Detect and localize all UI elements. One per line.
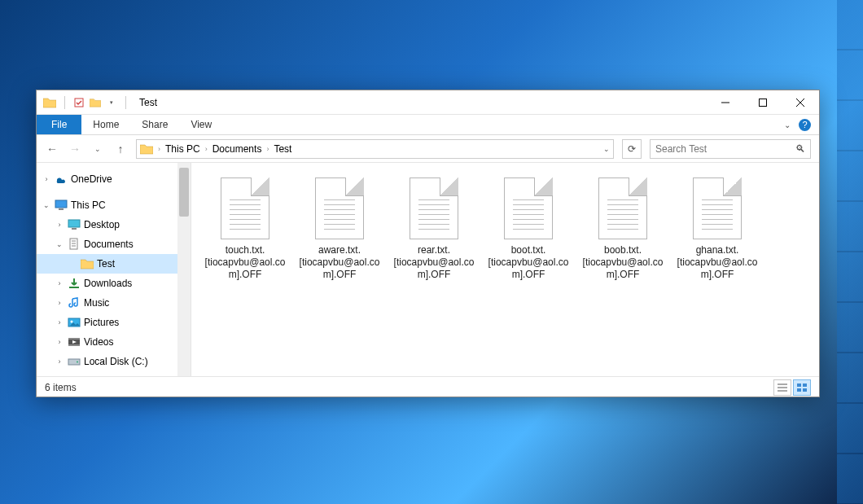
chevron-right-icon[interactable]: › xyxy=(55,338,64,346)
minimize-button[interactable] xyxy=(707,90,744,115)
documents-icon xyxy=(68,238,81,251)
sidebar-item-videos[interactable]: › Videos xyxy=(37,332,191,352)
chevron-right-icon[interactable]: › xyxy=(55,279,64,287)
onedrive-icon xyxy=(55,173,68,186)
pictures-icon xyxy=(68,316,81,329)
scrollbar-thumb[interactable] xyxy=(179,168,189,217)
sidebar-item-documents[interactable]: ⌄ Documents xyxy=(37,234,191,254)
svg-rect-8 xyxy=(72,228,77,230)
file-list[interactable]: touch.txt.[tiocapvbu@aol.com].OFF aware.… xyxy=(191,163,819,376)
chevron-right-icon[interactable]: › xyxy=(266,145,269,153)
sidebar-item-label: Pictures xyxy=(84,317,119,328)
file-icon xyxy=(688,173,747,239)
sidebar-item-downloads[interactable]: › Downloads xyxy=(37,274,191,293)
sidebar-item-desktop[interactable]: › Desktop xyxy=(37,215,191,234)
search-box[interactable]: 🔍︎ xyxy=(650,139,811,159)
chevron-right-icon[interactable]: › xyxy=(55,357,64,366)
sidebar-item-label: Videos xyxy=(84,336,113,348)
window-title: Test xyxy=(139,97,157,108)
file-item[interactable]: aware.txt.[tiocapvbu@aol.com].OFF xyxy=(292,173,387,281)
qat-newfolder-icon[interactable] xyxy=(90,97,101,108)
pc-icon xyxy=(55,199,68,212)
breadcrumb-documents[interactable]: Documents xyxy=(212,143,262,155)
file-name: boot.txt.[tiocapvbu@aol.com].OFF xyxy=(481,244,576,281)
file-item[interactable]: boot.txt.[tiocapvbu@aol.com].OFF xyxy=(481,173,576,281)
file-icon xyxy=(594,173,652,239)
refresh-button[interactable]: ⟳ xyxy=(622,139,642,159)
scrollbar[interactable] xyxy=(177,163,191,376)
sidebar-item-music[interactable]: › Music xyxy=(37,293,191,313)
chevron-down-icon[interactable]: ⌄ xyxy=(42,201,51,209)
sidebar-item-label: Local Disk (C:) xyxy=(84,356,148,367)
maximize-button[interactable] xyxy=(744,90,782,115)
separator xyxy=(64,96,65,109)
up-button[interactable]: ↑ xyxy=(113,142,128,156)
sidebar-item-label: This PC xyxy=(71,199,106,211)
svg-rect-18 xyxy=(68,344,80,346)
sidebar-item-test[interactable]: Test xyxy=(37,254,191,274)
chevron-right-icon[interactable]: › xyxy=(55,221,64,229)
file-explorer-window: ▾ Test File Home Share View ⌄ ? ← → ⌄ ↑ … xyxy=(36,90,820,397)
sidebar-item-thispc[interactable]: ⌄ This PC xyxy=(37,195,191,215)
svg-point-20 xyxy=(77,362,78,363)
svg-rect-5 xyxy=(55,200,67,208)
separator xyxy=(125,96,126,109)
folder-icon xyxy=(140,143,153,155)
details-view-button[interactable] xyxy=(773,379,791,396)
file-item[interactable]: touch.txt.[tiocapvbu@aol.com].OFF xyxy=(198,173,292,281)
ribbon-tabs: File Home Share View ⌄ ? xyxy=(37,115,819,135)
breadcrumb-thispc[interactable]: This PC xyxy=(165,143,200,155)
large-icons-view-button[interactable] xyxy=(793,379,811,396)
search-input[interactable] xyxy=(655,143,795,155)
svg-rect-26 xyxy=(797,388,801,392)
folder-icon xyxy=(43,97,56,108)
sidebar-item-pictures[interactable]: › Pictures xyxy=(37,313,191,332)
file-name: boob.txt.[tiocapvbu@aol.com].OFF xyxy=(576,244,670,281)
sidebar-item-label: Music xyxy=(84,297,109,309)
tab-home[interactable]: Home xyxy=(81,115,130,134)
chevron-right-icon[interactable]: › xyxy=(42,175,51,183)
svg-rect-13 xyxy=(69,287,79,288)
address-bar[interactable]: › This PC › Documents › Test ⌄ xyxy=(136,139,614,159)
sidebar-item-onedrive[interactable]: › OneDrive xyxy=(37,169,191,189)
address-dropdown-icon[interactable]: ⌄ xyxy=(603,145,610,153)
svg-point-15 xyxy=(71,321,73,323)
back-button[interactable]: ← xyxy=(45,142,59,156)
music-icon xyxy=(68,296,81,309)
file-name: aware.txt.[tiocapvbu@aol.com].OFF xyxy=(292,244,387,281)
sidebar-item-localdisk[interactable]: › Local Disk (C:) xyxy=(37,352,191,371)
svg-rect-7 xyxy=(68,220,80,227)
ribbon-collapse-icon[interactable]: ⌄ xyxy=(784,121,791,129)
file-name: rear.txt.[tiocapvbu@aol.com].OFF xyxy=(387,244,481,281)
forward-button[interactable]: → xyxy=(68,142,82,156)
downloads-icon xyxy=(68,277,81,290)
qat-dropdown-icon[interactable]: ▾ xyxy=(106,97,117,108)
svg-rect-6 xyxy=(59,208,64,210)
sidebar-item-label: Documents xyxy=(84,239,134,250)
close-button[interactable] xyxy=(782,90,819,115)
file-icon xyxy=(216,173,274,239)
tab-file[interactable]: File xyxy=(37,115,81,134)
chevron-right-icon[interactable]: › xyxy=(205,145,208,153)
desktop-icon xyxy=(68,218,81,231)
svg-rect-2 xyxy=(760,99,767,106)
file-item[interactable]: ghana.txt.[tiocapvbu@aol.com].OFF xyxy=(670,173,764,281)
svg-rect-17 xyxy=(68,338,80,340)
file-item[interactable]: boob.txt.[tiocapvbu@aol.com].OFF xyxy=(576,173,670,281)
tab-view[interactable]: View xyxy=(179,115,223,134)
qat-properties-icon[interactable] xyxy=(73,97,85,108)
svg-rect-24 xyxy=(797,383,801,387)
search-icon[interactable]: 🔍︎ xyxy=(795,143,805,155)
file-item[interactable]: rear.txt.[tiocapvbu@aol.com].OFF xyxy=(387,173,481,281)
chevron-down-icon[interactable]: ⌄ xyxy=(55,240,64,248)
recent-locations-button[interactable]: ⌄ xyxy=(90,142,105,156)
svg-rect-27 xyxy=(803,388,807,392)
titlebar: ▾ Test xyxy=(37,90,819,115)
tab-share[interactable]: Share xyxy=(130,115,179,134)
file-name: ghana.txt.[tiocapvbu@aol.com].OFF xyxy=(670,244,764,281)
breadcrumb-test[interactable]: Test xyxy=(274,143,291,155)
chevron-right-icon[interactable]: › xyxy=(158,145,160,153)
help-icon[interactable]: ? xyxy=(799,119,811,131)
chevron-right-icon[interactable]: › xyxy=(55,318,64,327)
chevron-right-icon[interactable]: › xyxy=(55,299,64,307)
